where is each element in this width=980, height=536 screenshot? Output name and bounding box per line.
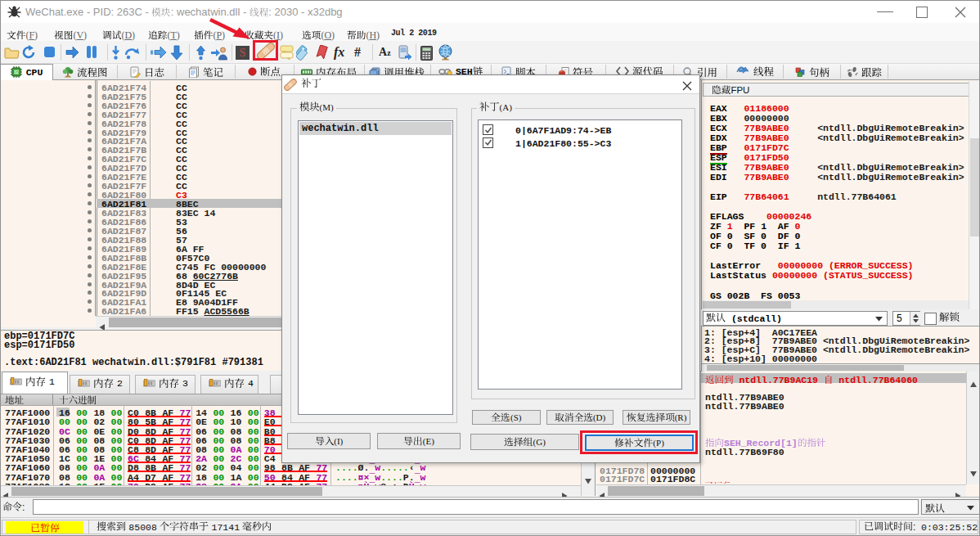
svg-text:32: 32 (14, 70, 19, 74)
